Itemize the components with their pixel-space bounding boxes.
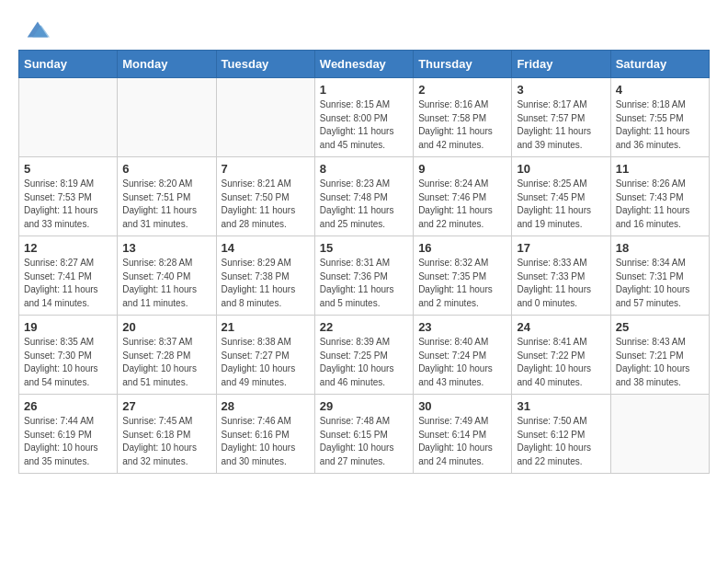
table-row: 30Sunrise: 7:49 AM Sunset: 6:14 PM Dayli… [414, 395, 512, 474]
table-row: 8Sunrise: 8:23 AM Sunset: 7:48 PM Daylig… [314, 157, 413, 236]
table-row: 6Sunrise: 8:20 AM Sunset: 7:51 PM Daylig… [118, 157, 216, 236]
calendar-wrapper: Sunday Monday Tuesday Wednesday Thursday… [0, 50, 728, 483]
calendar-header: Sunday Monday Tuesday Wednesday Thursday… [19, 51, 710, 78]
day-number: 23 [418, 320, 506, 334]
table-row: 27Sunrise: 7:45 AM Sunset: 6:18 PM Dayli… [118, 395, 216, 474]
table-row: 4Sunrise: 8:18 AM Sunset: 7:55 PM Daylig… [610, 78, 709, 157]
day-number: 18 [616, 241, 704, 255]
day-number: 9 [418, 162, 506, 176]
day-info: Sunrise: 8:34 AM Sunset: 7:31 PM Dayligh… [616, 257, 704, 310]
day-info: Sunrise: 8:19 AM Sunset: 7:53 PM Dayligh… [24, 178, 112, 231]
table-row: 12Sunrise: 8:27 AM Sunset: 7:41 PM Dayli… [19, 236, 118, 316]
day-number: 12 [24, 241, 112, 255]
day-number: 31 [517, 399, 605, 413]
day-info: Sunrise: 7:50 AM Sunset: 6:12 PM Dayligh… [517, 415, 605, 468]
day-number: 3 [517, 83, 605, 97]
day-info: Sunrise: 8:25 AM Sunset: 7:45 PM Dayligh… [517, 178, 605, 231]
logo [22, 17, 50, 42]
col-monday: Monday [118, 51, 216, 78]
table-row: 17Sunrise: 8:33 AM Sunset: 7:33 PM Dayli… [512, 236, 610, 316]
table-row: 2Sunrise: 8:16 AM Sunset: 7:58 PM Daylig… [414, 78, 512, 157]
day-number: 15 [320, 241, 408, 255]
calendar-table: Sunday Monday Tuesday Wednesday Thursday… [18, 50, 710, 474]
day-number: 6 [122, 162, 210, 176]
table-row: 26Sunrise: 7:44 AM Sunset: 6:19 PM Dayli… [19, 395, 118, 474]
day-info: Sunrise: 7:44 AM Sunset: 6:19 PM Dayligh… [24, 415, 112, 468]
day-info: Sunrise: 8:18 AM Sunset: 7:55 PM Dayligh… [616, 98, 704, 152]
page-header [0, 0, 728, 50]
col-tuesday: Tuesday [216, 51, 314, 78]
table-row: 18Sunrise: 8:34 AM Sunset: 7:31 PM Dayli… [610, 236, 709, 316]
day-number: 16 [418, 241, 506, 255]
day-info: Sunrise: 8:40 AM Sunset: 7:24 PM Dayligh… [418, 336, 506, 389]
day-number: 26 [24, 399, 112, 413]
table-row: 25Sunrise: 8:43 AM Sunset: 7:21 PM Dayli… [610, 316, 709, 395]
day-number: 29 [320, 399, 408, 413]
day-info: Sunrise: 8:15 AM Sunset: 8:00 PM Dayligh… [320, 98, 408, 152]
day-info: Sunrise: 8:26 AM Sunset: 7:43 PM Dayligh… [616, 178, 704, 231]
day-info: Sunrise: 7:45 AM Sunset: 6:18 PM Dayligh… [122, 415, 210, 468]
table-row: 24Sunrise: 8:41 AM Sunset: 7:22 PM Dayli… [512, 316, 610, 395]
table-row: 1Sunrise: 8:15 AM Sunset: 8:00 PM Daylig… [314, 78, 413, 157]
table-row: 13Sunrise: 8:28 AM Sunset: 7:40 PM Dayli… [118, 236, 216, 316]
table-row [610, 395, 709, 474]
col-wednesday: Wednesday [314, 51, 413, 78]
week-row-1: 1Sunrise: 8:15 AM Sunset: 8:00 PM Daylig… [19, 78, 710, 157]
table-row: 20Sunrise: 8:37 AM Sunset: 7:28 PM Dayli… [118, 316, 216, 395]
week-row-2: 5Sunrise: 8:19 AM Sunset: 7:53 PM Daylig… [19, 157, 710, 236]
day-info: Sunrise: 7:49 AM Sunset: 6:14 PM Dayligh… [418, 415, 506, 468]
day-number: 11 [616, 162, 704, 176]
day-number: 4 [616, 83, 704, 97]
day-number: 28 [222, 399, 310, 413]
day-info: Sunrise: 8:35 AM Sunset: 7:30 PM Dayligh… [24, 336, 112, 389]
day-number: 17 [517, 241, 605, 255]
day-info: Sunrise: 8:24 AM Sunset: 7:46 PM Dayligh… [418, 178, 506, 231]
table-row: 10Sunrise: 8:25 AM Sunset: 7:45 PM Dayli… [512, 157, 610, 236]
week-row-5: 26Sunrise: 7:44 AM Sunset: 6:19 PM Dayli… [19, 395, 710, 474]
table-row [216, 78, 314, 157]
day-number: 22 [320, 320, 408, 334]
table-row: 7Sunrise: 8:21 AM Sunset: 7:50 PM Daylig… [216, 157, 314, 236]
table-row: 11Sunrise: 8:26 AM Sunset: 7:43 PM Dayli… [610, 157, 709, 236]
day-info: Sunrise: 8:17 AM Sunset: 7:57 PM Dayligh… [517, 98, 605, 152]
table-row: 3Sunrise: 8:17 AM Sunset: 7:57 PM Daylig… [512, 78, 610, 157]
day-info: Sunrise: 7:46 AM Sunset: 6:16 PM Dayligh… [222, 415, 310, 468]
table-row: 28Sunrise: 7:46 AM Sunset: 6:16 PM Dayli… [216, 395, 314, 474]
day-info: Sunrise: 8:29 AM Sunset: 7:38 PM Dayligh… [222, 257, 310, 310]
day-number: 25 [616, 320, 704, 334]
day-info: Sunrise: 8:41 AM Sunset: 7:22 PM Dayligh… [517, 336, 605, 389]
day-info: Sunrise: 7:48 AM Sunset: 6:15 PM Dayligh… [320, 415, 408, 468]
day-number: 24 [517, 320, 605, 334]
col-thursday: Thursday [414, 51, 512, 78]
table-row: 9Sunrise: 8:24 AM Sunset: 7:46 PM Daylig… [414, 157, 512, 236]
day-info: Sunrise: 8:32 AM Sunset: 7:35 PM Dayligh… [418, 257, 506, 310]
table-row: 16Sunrise: 8:32 AM Sunset: 7:35 PM Dayli… [414, 236, 512, 316]
col-friday: Friday [512, 51, 610, 78]
table-row: 22Sunrise: 8:39 AM Sunset: 7:25 PM Dayli… [314, 316, 413, 395]
day-info: Sunrise: 8:39 AM Sunset: 7:25 PM Dayligh… [320, 336, 408, 389]
logo-icon [24, 17, 50, 42]
day-info: Sunrise: 8:16 AM Sunset: 7:58 PM Dayligh… [418, 98, 506, 152]
day-info: Sunrise: 8:23 AM Sunset: 7:48 PM Dayligh… [320, 178, 408, 231]
day-info: Sunrise: 8:43 AM Sunset: 7:21 PM Dayligh… [616, 336, 704, 389]
day-info: Sunrise: 8:37 AM Sunset: 7:28 PM Dayligh… [122, 336, 210, 389]
table-row: 19Sunrise: 8:35 AM Sunset: 7:30 PM Dayli… [19, 316, 118, 395]
table-row: 29Sunrise: 7:48 AM Sunset: 6:15 PM Dayli… [314, 395, 413, 474]
day-info: Sunrise: 8:28 AM Sunset: 7:40 PM Dayligh… [122, 257, 210, 310]
day-number: 10 [517, 162, 605, 176]
week-row-4: 19Sunrise: 8:35 AM Sunset: 7:30 PM Dayli… [19, 316, 710, 395]
table-row: 31Sunrise: 7:50 AM Sunset: 6:12 PM Dayli… [512, 395, 610, 474]
day-info: Sunrise: 8:31 AM Sunset: 7:36 PM Dayligh… [320, 257, 408, 310]
weekday-header-row: Sunday Monday Tuesday Wednesday Thursday… [19, 51, 710, 78]
table-row: 15Sunrise: 8:31 AM Sunset: 7:36 PM Dayli… [314, 236, 413, 316]
day-number: 19 [24, 320, 112, 334]
calendar-body: 1Sunrise: 8:15 AM Sunset: 8:00 PM Daylig… [19, 78, 710, 474]
day-info: Sunrise: 8:20 AM Sunset: 7:51 PM Dayligh… [122, 178, 210, 231]
day-number: 30 [418, 399, 506, 413]
day-number: 2 [418, 83, 506, 97]
table-row: 21Sunrise: 8:38 AM Sunset: 7:27 PM Dayli… [216, 316, 314, 395]
day-info: Sunrise: 8:27 AM Sunset: 7:41 PM Dayligh… [24, 257, 112, 310]
day-info: Sunrise: 8:33 AM Sunset: 7:33 PM Dayligh… [517, 257, 605, 310]
day-number: 13 [122, 241, 210, 255]
col-sunday: Sunday [19, 51, 118, 78]
